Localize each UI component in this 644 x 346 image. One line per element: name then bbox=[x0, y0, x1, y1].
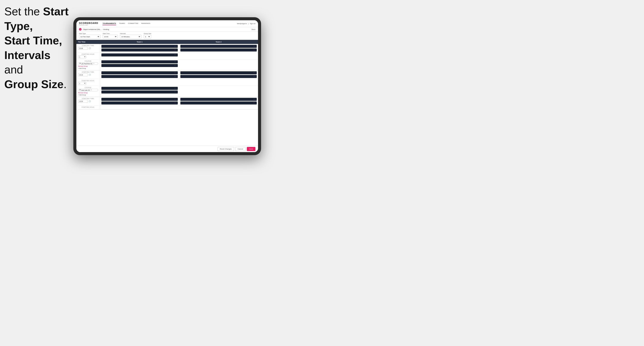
remove-group-1[interactable]: Remove Group bbox=[78, 65, 98, 67]
nav-committee[interactable]: COMMITTEE bbox=[128, 22, 138, 25]
team2-time-row-3: ✕ ○ ✕ ○ bbox=[179, 97, 258, 105]
info-icon-g2c-1-1[interactable]: ○ bbox=[176, 88, 177, 89]
course-remove-1[interactable]: ✕ bbox=[93, 63, 94, 64]
intervals-group: Intervals 10 Minutes bbox=[120, 33, 142, 38]
group-row-1: STARTING TIME: 🕐 ✕ ○ ✕ ○ bbox=[76, 44, 258, 70]
starting-time-label-3: STARTING TIME: bbox=[78, 98, 98, 99]
info-icon-1-1[interactable]: ○ bbox=[176, 46, 177, 47]
info-icon-g3-2-2[interactable]: ○ bbox=[255, 102, 256, 104]
starting-time-col-2: STARTING TIME: 🕐 bbox=[76, 70, 100, 79]
breadcrumb-bar: C Clippd Invitational (Ma... › Hosting B… bbox=[76, 27, 258, 32]
back-button[interactable]: Back bbox=[252, 28, 256, 30]
breadcrumb-tournament[interactable]: Clippd Invitational (Ma... bbox=[83, 28, 102, 30]
start-time-group: Start Time 10:00 bbox=[103, 33, 118, 38]
intervals-select[interactable]: 10 Minutes bbox=[120, 35, 142, 38]
nav-links: TOURNAMENTS TEAMS COMMITTEE RANKINGS bbox=[102, 22, 237, 25]
group-size-group: Group Size 3 bbox=[144, 33, 151, 38]
table-area: STARTING TIME: 🕐 ✕ ○ ✕ ○ bbox=[76, 44, 258, 146]
close-icon-g3-2-2[interactable]: ✕ bbox=[253, 102, 254, 104]
nav-rankings[interactable]: RANKINGS bbox=[141, 22, 150, 25]
course-remove-2[interactable]: ✕ bbox=[90, 89, 92, 91]
team2-course-cell-1 bbox=[179, 59, 258, 70]
player-slot-g3-2-2: ✕ ○ bbox=[180, 101, 257, 105]
add-group-1[interactable]: + Add Group bbox=[78, 68, 98, 69]
team1-course-cell-1: ✕ ○ ✕ ○ bbox=[100, 59, 179, 70]
start-time-select[interactable]: 10:00 bbox=[103, 35, 118, 38]
starting-time-row-1: STARTING TIME: 🕐 ✕ ○ ✕ ○ bbox=[76, 44, 258, 53]
info-icon-c1-1[interactable]: ○ bbox=[176, 61, 177, 63]
starting-hole-row-3: STARTING HOLE: bbox=[76, 106, 258, 109]
nav-tournaments[interactable]: TOURNAMENTS bbox=[102, 22, 116, 25]
starting-time-input-2[interactable] bbox=[78, 73, 88, 76]
close-icon-g3-1-1[interactable]: ✕ bbox=[174, 98, 176, 100]
info-icon-h1-1[interactable]: ○ bbox=[176, 54, 177, 56]
player-slot-c1-2: ✕ ○ bbox=[102, 64, 178, 67]
annotation-text: Set the Start Type,Start Time,Intervals … bbox=[4, 4, 69, 92]
close-icon-g2-1-2[interactable]: ✕ bbox=[174, 76, 176, 77]
start-type-select[interactable]: 1st Tee Start bbox=[79, 35, 100, 38]
close-icon-2-1[interactable]: ✕ bbox=[253, 45, 254, 47]
info-icon-g2-2-1[interactable]: ○ bbox=[255, 72, 256, 74]
info-icon-g2-2-2[interactable]: ○ bbox=[255, 76, 256, 77]
player-slot-g3-2-1: ✕ ○ bbox=[180, 98, 257, 101]
cancel-button[interactable]: Cancel bbox=[236, 147, 246, 151]
close-icon-g3-2-1[interactable]: ✕ bbox=[253, 98, 254, 100]
close-icon-1-2[interactable]: ✕ bbox=[174, 49, 176, 51]
close-icon-h1-1[interactable]: ✕ bbox=[174, 54, 176, 56]
info-icon-c1-2[interactable]: ○ bbox=[176, 65, 177, 66]
tablet-screen: SCOREBOARD Powered by clipp.d TOURNAMENT… bbox=[76, 20, 258, 152]
player-slot-c1-1: ✕ ○ bbox=[102, 60, 178, 63]
info-icon-g2c-1-2[interactable]: ○ bbox=[176, 91, 177, 93]
reset-changes-button[interactable]: Reset Changes bbox=[218, 147, 234, 151]
starting-time-row-3: STARTING TIME: 🕐 ✕ ○ ✕ ○ bbox=[76, 97, 258, 106]
starting-time-input-1[interactable] bbox=[78, 47, 88, 50]
add-group-2[interactable]: + Add Group bbox=[78, 94, 98, 96]
close-icon-c1-1[interactable]: ✕ bbox=[174, 61, 176, 63]
info-icon-g2-1-1[interactable]: ○ bbox=[176, 72, 177, 74]
nav-right: blair@clippd.io | Sign out bbox=[237, 23, 256, 24]
team2-hole-cell-1 bbox=[179, 53, 258, 59]
starting-time-col-3: STARTING TIME: 🕐 bbox=[76, 97, 100, 105]
starting-time-input-3[interactable] bbox=[78, 100, 88, 103]
close-icon-2-2[interactable]: ✕ bbox=[253, 49, 254, 51]
info-icon-g3-2-1[interactable]: ○ bbox=[255, 99, 256, 100]
info-icon-g3-1-1[interactable]: ○ bbox=[176, 99, 177, 100]
team2-hole-cell-3 bbox=[179, 106, 258, 109]
navbar: SCOREBOARD Powered by clipp.d TOURNAMENT… bbox=[76, 20, 258, 27]
th-team1: Team 1 bbox=[100, 40, 179, 44]
breadcrumb-logo: C bbox=[79, 28, 82, 31]
remove-group-2[interactable]: Remove Group bbox=[78, 92, 98, 94]
info-icon-g3-1-2[interactable]: ○ bbox=[176, 102, 177, 104]
close-icon-g2-1-1[interactable]: ✕ bbox=[174, 72, 176, 74]
close-icon-g3-1-2[interactable]: ✕ bbox=[174, 102, 176, 104]
close-icon-g2c-1-2[interactable]: ✕ bbox=[174, 91, 176, 93]
starting-hole-col-3: STARTING HOLE: bbox=[76, 106, 100, 109]
sign-out-link[interactable]: Sign out bbox=[250, 23, 256, 24]
save-button[interactable]: Save bbox=[247, 147, 256, 151]
close-icon-g2-2-1[interactable]: ✕ bbox=[253, 72, 254, 74]
course-label-2: COURSE: bbox=[78, 87, 98, 88]
info-icon-1-2[interactable]: ○ bbox=[176, 49, 177, 51]
clock-icon-1: 🕐 bbox=[89, 47, 91, 49]
starting-hole-select-2[interactable]: 1 bbox=[78, 82, 86, 85]
player-slot-g2-1-2: ✕ ○ bbox=[102, 75, 178, 78]
player-slot-g3-1-1: ✕ ○ bbox=[102, 98, 178, 101]
info-icon-2-2[interactable]: ○ bbox=[255, 49, 256, 51]
close-icon-1-1[interactable]: ✕ bbox=[174, 45, 176, 47]
close-icon-g2-2-2[interactable]: ✕ bbox=[253, 76, 254, 77]
starting-hole-select-1[interactable]: 1 bbox=[78, 55, 86, 58]
team1-hole-cell-1: ✕ ○ bbox=[100, 53, 179, 59]
info-icon-2-1[interactable]: ○ bbox=[255, 46, 256, 47]
starting-hole-label-1: STARTING HOLE: bbox=[78, 53, 98, 55]
breadcrumb-sep: › bbox=[102, 28, 103, 30]
intervals-label: Intervals bbox=[120, 33, 142, 34]
start-time-label: Start Time bbox=[103, 33, 118, 34]
course-badge-2: ⚑ East Lake GC ✕ bbox=[78, 89, 98, 91]
group-size-select[interactable]: 3 bbox=[144, 35, 151, 38]
starting-hole-label-2: STARTING HOLE: bbox=[78, 80, 98, 81]
info-icon-g2-1-2[interactable]: ○ bbox=[176, 76, 177, 77]
controls-row: Start Type 1st Tee Start Start Time 10:0… bbox=[76, 32, 258, 40]
close-icon-g2c-1-1[interactable]: ✕ bbox=[174, 87, 176, 89]
nav-teams[interactable]: TEAMS bbox=[119, 22, 125, 25]
close-icon-c1-2[interactable]: ✕ bbox=[174, 65, 176, 66]
